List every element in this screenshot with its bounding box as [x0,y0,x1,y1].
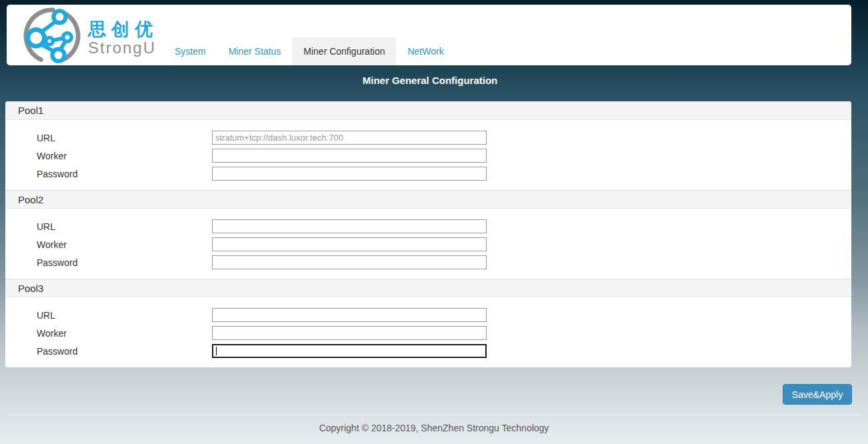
pool3-password-input-wrap [212,344,487,358]
pool1-url-input[interactable] [212,131,487,145]
tab-system[interactable]: System [163,37,217,65]
footer-divider [8,415,860,415]
pool2-password-label: Password [37,257,212,268]
pool1-worker-input[interactable] [212,149,487,163]
pool2-worker-row: Worker [5,237,851,251]
pool3-url-row: URL [5,308,851,322]
network-nodes-icon [20,7,84,65]
pool2-url-row: URL [5,219,851,233]
save-apply-button[interactable]: Save&Apply [783,384,852,405]
brand-name-english: StrongU [88,39,156,57]
pool3-password-label: Password [37,346,212,357]
copyright: Copyright © 2018-2019, ShenZhen Strongu … [0,423,868,433]
pool1-section: Pool1 URL Worker Password [5,101,851,190]
tab-network[interactable]: NetWork [396,37,455,65]
pool1-worker-label: Worker [37,151,212,161]
pool3-worker-input[interactable] [212,326,487,340]
pool2-heading: Pool2 [5,190,851,209]
pool2-worker-input[interactable] [212,237,487,251]
pool2-section: Pool2 URL Worker Password [5,190,851,279]
pool2-body: URL Worker Password [5,209,851,279]
page-background: 思创优 StrongU System Miner Status Miner Co… [0,0,868,444]
pool1-password-label: Password [37,169,212,179]
pool3-password-row: Password [5,344,851,358]
text-caret [216,347,217,355]
page-title: Miner General Configuration [0,75,860,86]
tab-miner-configuration[interactable]: Miner Configuration [292,37,396,65]
pool3-url-input[interactable] [212,308,487,322]
miner-config-form: Pool1 URL Worker Password Pool2 [5,101,851,367]
pool1-body: URL Worker Password [5,120,851,190]
pool1-heading: Pool1 [5,101,851,120]
logo: 思创优 StrongU [16,6,159,65]
pool1-url-row: URL [5,131,851,145]
pool1-password-row: Password [5,167,851,181]
main-nav: System Miner Status Miner Configuration … [163,37,455,65]
tab-miner-status[interactable]: Miner Status [217,37,293,65]
pool2-password-input[interactable] [212,255,487,269]
pool2-worker-label: Worker [37,239,212,250]
pool3-url-label: URL [37,310,212,321]
pool2-password-row: Password [5,255,851,269]
pool1-worker-row: Worker [5,149,851,163]
header: 思创优 StrongU System Miner Status Miner Co… [7,5,851,65]
pool1-password-input[interactable] [212,167,487,181]
pool3-password-input[interactable] [212,344,487,358]
pool3-body: URL Worker Password [5,297,851,367]
pool3-heading: Pool3 [5,279,851,297]
pool2-url-input[interactable] [212,219,487,233]
pool3-worker-label: Worker [37,328,212,339]
pool1-url-label: URL [37,133,212,143]
brand-name-chinese: 思创优 [88,17,158,41]
pool2-url-label: URL [37,221,212,232]
pool3-worker-row: Worker [5,326,851,340]
pool3-section: Pool3 URL Worker Password [5,279,851,367]
